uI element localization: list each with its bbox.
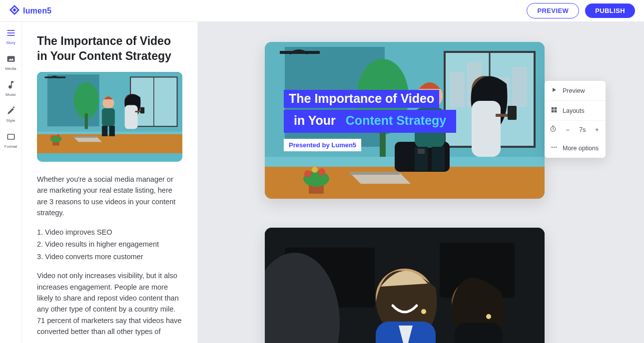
story-panel: The Importance of Video in Your Content … <box>22 22 198 343</box>
rail-item-media[interactable]: Media <box>0 54 21 71</box>
svg-rect-24 <box>109 126 114 136</box>
scene-1-text-overlay[interactable]: The Importance of Video in Your Content … <box>265 42 545 199</box>
rail-label-style: Style <box>6 119 15 123</box>
svg-rect-28 <box>140 107 144 113</box>
timer-icon <box>550 125 557 134</box>
svg-rect-67 <box>552 107 554 110</box>
story-list-item-1[interactable]: 1. Video improves SEO <box>37 227 182 238</box>
svg-marker-66 <box>553 88 556 92</box>
brand-logo-icon <box>9 4 20 17</box>
context-more-label: More options <box>563 145 599 152</box>
scene-1[interactable]: The Importance of Video in Your Content … <box>265 42 545 199</box>
duration-value: 7s <box>579 126 586 133</box>
duration-increase[interactable]: + <box>594 126 601 133</box>
context-preview-label: Preview <box>563 87 585 94</box>
story-icon <box>6 28 16 40</box>
svg-rect-26 <box>125 105 138 129</box>
rail-label-music: Music <box>5 93 16 97</box>
context-layouts[interactable]: Layouts <box>545 100 606 120</box>
canvas[interactable]: The Importance of Video in Your Content … <box>198 22 644 343</box>
svg-point-16 <box>74 82 99 119</box>
left-rail: Story Media Music Style Format <box>0 22 22 343</box>
preview-button[interactable]: PREVIEW <box>527 3 579 18</box>
svg-point-85 <box>486 314 491 319</box>
rail-item-story[interactable]: Story <box>0 28 21 45</box>
context-preview[interactable]: Preview <box>545 81 606 100</box>
rail-item-style[interactable]: Style <box>0 106 21 123</box>
svg-point-74 <box>556 147 557 148</box>
rail-item-format[interactable]: Format <box>0 132 21 149</box>
top-toolbar: lumen5 PREVIEW PUBLISH <box>0 0 644 22</box>
story-paragraph-1[interactable]: Whether you're a social media manager or… <box>37 174 182 219</box>
svg-rect-3 <box>7 30 14 31</box>
svg-rect-20 <box>73 136 97 138</box>
story-body: Whether you're a social media manager or… <box>37 174 182 338</box>
svg-point-73 <box>554 147 555 148</box>
svg-rect-17 <box>85 113 88 129</box>
publish-button[interactable]: PUBLISH <box>585 3 635 18</box>
scene-1-subtitle: Presented by Lumen5 <box>284 139 361 151</box>
scene-context-toolbar: Preview Layouts – 7s + More options <box>545 81 606 158</box>
style-icon <box>6 106 16 118</box>
scene-1-title-line-1: The Importance of Video <box>284 90 439 108</box>
svg-rect-68 <box>555 107 557 110</box>
svg-rect-70 <box>555 110 557 113</box>
svg-point-72 <box>552 147 553 148</box>
music-icon <box>6 80 16 92</box>
scene-1-title-line-2: in Your Content Strategy <box>284 110 456 133</box>
svg-rect-4 <box>7 32 14 33</box>
duration-decrease[interactable]: – <box>565 126 572 133</box>
svg-rect-23 <box>102 126 107 136</box>
svg-point-82 <box>421 309 426 314</box>
svg-rect-84 <box>455 323 503 343</box>
brand-name: lumen5 <box>23 6 51 15</box>
svg-rect-69 <box>552 110 554 113</box>
top-actions: PREVIEW PUBLISH <box>527 3 635 18</box>
context-duration: – 7s + <box>545 120 606 138</box>
story-list-item-2[interactable]: 2. Video results in higher engagement <box>37 239 182 250</box>
context-layouts-label: Layouts <box>563 107 585 114</box>
scene-2[interactable] <box>265 228 545 343</box>
scene-1-title-highlight: Content Strategy <box>341 112 451 130</box>
story-paragraph-2[interactable]: Video not only increases visibility, but… <box>37 270 182 338</box>
story-title[interactable]: The Importance of Video in Your Content … <box>37 34 182 64</box>
rail-label-media: Media <box>5 67 16 71</box>
story-list-item-3[interactable]: 3. Video converts more customer <box>37 251 182 262</box>
format-icon <box>6 132 16 144</box>
media-icon <box>6 54 16 66</box>
brand: lumen5 <box>9 4 51 17</box>
rail-label-format: Format <box>4 145 17 149</box>
svg-rect-8 <box>7 134 14 139</box>
rail-label-story: Story <box>6 41 15 45</box>
rail-item-music[interactable]: Music <box>0 80 21 97</box>
layouts-icon <box>551 106 558 115</box>
svg-point-32 <box>56 134 59 137</box>
more-icon <box>551 144 558 152</box>
svg-point-31 <box>50 135 53 138</box>
scene-1-title-2a: in Your <box>289 112 341 130</box>
play-icon <box>551 86 558 95</box>
svg-rect-22 <box>102 108 115 126</box>
story-thumbnail[interactable] <box>37 72 182 162</box>
svg-rect-6 <box>7 56 14 62</box>
svg-rect-5 <box>7 35 14 36</box>
context-more-options[interactable]: More options <box>545 138 606 158</box>
